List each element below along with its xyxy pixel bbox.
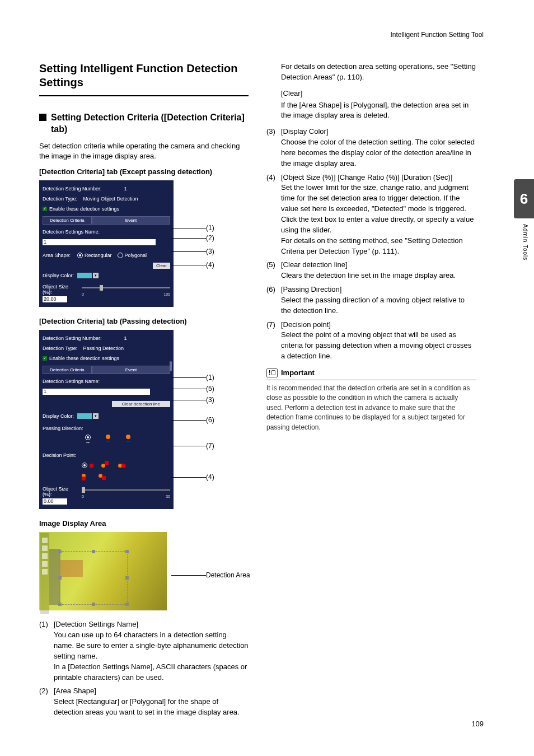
- item2-label: [Area Shape]: [54, 686, 249, 697]
- passing-direction-options[interactable]: ↔ → ←: [82, 435, 134, 446]
- slider-max: 30: [166, 494, 170, 498]
- page-number: 109: [471, 720, 484, 728]
- decision-icon[interactable]: [101, 464, 110, 468]
- callout-3: (3): [171, 248, 214, 255]
- section-intro: Set detection criteria while operating t…: [39, 141, 249, 162]
- item1-p2: In a [Detection Settings Name], ASCII ch…: [54, 662, 249, 683]
- callout-4b: (4): [171, 473, 214, 481]
- tab-detection-criteria[interactable]: Detection Criteria: [43, 366, 92, 374]
- screenshot-detection-criteria-passing: Detection Setting Number:1 Detection Typ…: [39, 330, 174, 509]
- item7-body: Select the point of a moving object that…: [281, 330, 476, 362]
- tab-event[interactable]: Event: [92, 366, 170, 374]
- item4-p3: For details on the setting method, see "…: [281, 236, 476, 257]
- chapter-tab: 6: [514, 179, 534, 218]
- decision-icon[interactable]: [82, 474, 91, 478]
- callout-4: (4): [171, 261, 214, 269]
- direction-right-icon[interactable]: →: [102, 435, 114, 446]
- callout-6: (6): [171, 416, 214, 424]
- shot1-type-label: Detection Type:: [43, 196, 77, 202]
- item2-p1: Select [Rectangular] or [Polygonal] for …: [54, 697, 249, 718]
- image-toolbar[interactable]: [40, 533, 49, 614]
- detection-name-input[interactable]: 1: [43, 389, 150, 395]
- title-underline: [39, 95, 249, 96]
- callout-3b: (3): [171, 396, 214, 404]
- image-display-caption: Image Display Area: [39, 519, 249, 528]
- item7-label: [Decision point]: [281, 320, 476, 330]
- decision-icon[interactable]: [118, 464, 127, 468]
- item6-body: Select the passing direction of a moving…: [281, 295, 476, 316]
- shot2-type-label: Detection Type:: [43, 346, 77, 351]
- shot2-passdir-label: Passing Direction:: [43, 426, 83, 431]
- object-size-input[interactable]: 20.00: [43, 296, 67, 302]
- item4-p1: Set the lower limit for the size, change…: [281, 183, 476, 214]
- decision-point-row2[interactable]: [82, 474, 107, 478]
- item5-body: Clears the detection line set in the ima…: [281, 270, 476, 281]
- display-color-swatch[interactable]: [77, 273, 92, 278]
- image-display-area[interactable]: [39, 532, 167, 610]
- enable-checkbox-icon[interactable]: ✓: [43, 207, 47, 211]
- right-top1: For details on detection area setting op…: [281, 62, 476, 83]
- callout-2: (2): [171, 234, 214, 242]
- dropdown-icon[interactable]: ▾: [93, 413, 99, 419]
- scrollbar-icon[interactable]: [170, 361, 172, 371]
- item-num-1: (1): [39, 619, 54, 683]
- object-size-slider[interactable]: 030: [82, 486, 170, 494]
- slider-min: 0: [82, 292, 84, 296]
- callout-1b: (1): [171, 374, 214, 381]
- shot2-size-label: Object Size (%):: [43, 486, 77, 497]
- shot2-name-label: Detection Settings Name:: [43, 379, 100, 384]
- shot1-enable-label: Enable these detection settings: [49, 206, 119, 212]
- shot1-type-value: Moving Object Detection: [83, 196, 138, 202]
- slider-min: 0: [82, 494, 84, 498]
- clear-body: If the [Area Shape] is [Polygonal], the …: [281, 100, 476, 122]
- enable-checkbox-icon[interactable]: ✓: [43, 356, 47, 361]
- decision-icon[interactable]: [99, 474, 107, 478]
- shot2-setting-number-value: 1: [124, 335, 127, 341]
- slider-max: 100: [163, 292, 170, 296]
- decision-point-row1[interactable]: [82, 463, 127, 468]
- object-size-input[interactable]: 0.00: [43, 498, 67, 505]
- tab-event[interactable]: Event: [92, 216, 170, 225]
- header-breadcrumb: Intelligent Function Setting Tool: [390, 31, 484, 39]
- shot1-color-label: Display Color:: [43, 273, 77, 278]
- screenshot1-caption: [Detection Criteria] tab (Except passing…: [39, 167, 249, 176]
- item3-body: Choose the color of the detection settin…: [281, 137, 476, 169]
- item-num-2: (2): [39, 686, 54, 718]
- object-size-slider[interactable]: 0100: [82, 284, 170, 292]
- item3-label: [Display Color]: [281, 127, 476, 137]
- chapter-label: Admin Tools: [522, 224, 528, 260]
- detection-area-rect[interactable]: [59, 551, 128, 605]
- important-heading-text: Important: [281, 368, 315, 377]
- shot1-setting-number-value: 1: [124, 186, 127, 192]
- item-num-3: (3): [266, 127, 281, 169]
- detection-area-label: Detection Area: [171, 571, 250, 579]
- important-icon: [266, 368, 278, 377]
- screenshot-detection-criteria-moving: Detection Setting Number:1 Detection Typ…: [39, 180, 174, 307]
- item5-label: [Clear detection line]: [281, 260, 476, 270]
- direction-both-icon[interactable]: ↔: [82, 435, 94, 446]
- display-color-swatch[interactable]: [77, 413, 92, 419]
- clear-detection-line-button[interactable]: Clear detection line: [112, 401, 170, 407]
- shot1-name-label: Detection Settings Name:: [43, 229, 100, 235]
- shot1-size-label: Object Size (%):: [43, 284, 77, 295]
- shot1-shape-poly: Polygonal: [125, 253, 147, 258]
- radio-rectangular[interactable]: [77, 253, 83, 258]
- screenshot2-caption: [Detection Criteria] tab (Passing detect…: [39, 317, 249, 325]
- shot1-shape-rect: Rectangular: [85, 253, 112, 258]
- shot2-setting-number-label: Detection Setting Number:: [43, 335, 102, 341]
- shot2-enable-label: Enable these detection settings: [49, 356, 119, 361]
- item6-label: [Passing Direction]: [281, 284, 476, 295]
- item-num-6: (6): [266, 284, 281, 316]
- detection-name-input[interactable]: 1: [43, 239, 156, 245]
- clear-heading: [Clear]: [281, 88, 476, 99]
- radio-polygonal[interactable]: [118, 253, 123, 258]
- dropdown-icon[interactable]: ▾: [93, 273, 99, 278]
- clear-button[interactable]: Clear: [153, 263, 170, 269]
- item-num-5: (5): [266, 260, 281, 281]
- decision-icon[interactable]: [82, 463, 93, 468]
- direction-left-icon[interactable]: ←: [122, 435, 134, 446]
- item1-label: [Detection Settings Name]: [54, 619, 249, 630]
- shot1-shape-label: Area Shape:: [43, 253, 77, 258]
- callout-5: (5): [171, 385, 214, 393]
- tab-detection-criteria[interactable]: Detection Criteria: [43, 216, 92, 225]
